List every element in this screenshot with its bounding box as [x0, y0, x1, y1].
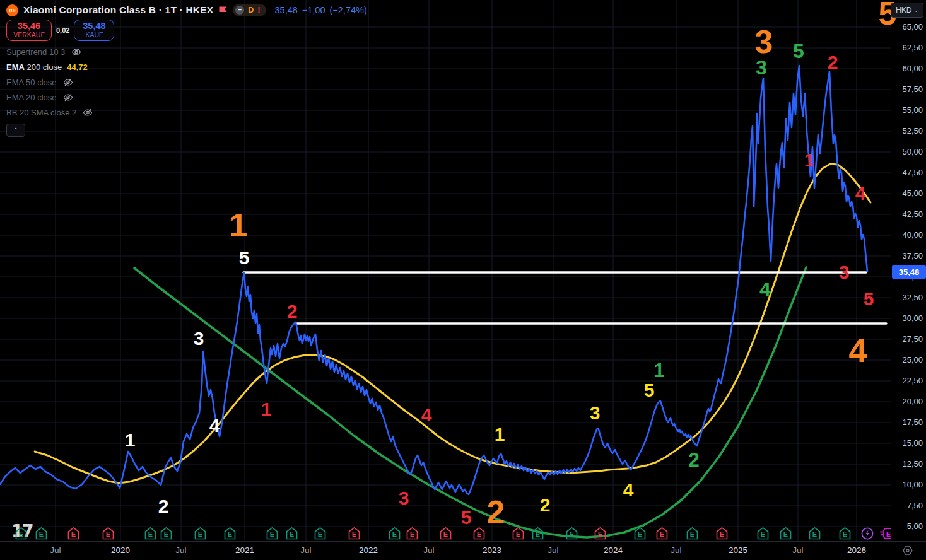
visibility-off-icon[interactable]	[63, 93, 73, 102]
earnings-miss-badge-icon[interactable]: E	[512, 527, 525, 540]
visibility-off-icon[interactable]	[83, 108, 93, 117]
symbol-title[interactable]: Xiaomi Corporation Class B · 1T · HKEX	[23, 4, 213, 16]
earnings-miss-badge-icon[interactable]: E	[67, 527, 81, 540]
earnings-miss-badge-icon[interactable]: E	[439, 527, 453, 540]
price-axis-label: 17,50	[902, 417, 923, 428]
time-axis[interactable]: Jul2020Jul2021Jul2022Jul2023Jul2024Jul20…	[0, 541, 926, 560]
wave-label-y3-22[interactable]: 3	[590, 404, 601, 423]
time-axis-label: 2022	[353, 545, 384, 555]
currency-selector-button[interactable]: HKD ⌄	[891, 3, 923, 18]
wave-label-g3-27[interactable]: 3	[756, 57, 767, 78]
earnings-badge-icon[interactable]: E	[838, 527, 852, 540]
flag-icon[interactable]	[218, 6, 228, 15]
axis-settings-icon[interactable]	[902, 545, 913, 559]
wave-label-w4-8[interactable]: 4	[209, 416, 220, 435]
svg-text:E: E	[598, 530, 602, 538]
wave-label-o3-2[interactable]: 3	[755, 25, 773, 58]
earnings-badge-icon[interactable]: E	[35, 527, 49, 540]
legend-item-ema200[interactable]: EMA 200 close 44,72	[6, 59, 93, 74]
wave-label-r5-19[interactable]: 5	[864, 289, 874, 308]
price-axis-label: 50,00	[902, 147, 923, 157]
earnings-badge-icon[interactable]: E	[160, 527, 173, 540]
wave-label-g2-26[interactable]: 2	[688, 450, 700, 470]
wave-label-r1-10[interactable]: 1	[261, 400, 272, 419]
legend-collapse-button[interactable]: ⌃	[6, 124, 25, 137]
wave-label-g5-29[interactable]: 5	[793, 41, 804, 61]
wave-label-r3-17[interactable]: 3	[839, 263, 850, 282]
earnings-miss-badge-icon[interactable]: E	[594, 527, 607, 540]
wave-label-r4-18[interactable]: 4	[855, 184, 866, 203]
earnings-badge-icon[interactable]: E	[285, 527, 299, 540]
earnings-miss-badge-icon[interactable]: E	[472, 527, 486, 540]
time-axis-label: Jul	[783, 545, 813, 555]
earnings-miss-badge-icon[interactable]: E	[348, 527, 361, 540]
svg-text:E: E	[318, 530, 322, 538]
wave-label-y4-23[interactable]: 4	[623, 481, 634, 499]
price-axis-label: 52,50	[902, 126, 923, 136]
visibility-off-icon[interactable]	[71, 48, 81, 56]
earnings-badge-icon[interactable]: E	[194, 527, 208, 540]
chart-canvas[interactable]	[0, 0, 891, 541]
svg-text:E: E	[198, 530, 202, 538]
price-axis-label: 40,00	[902, 230, 923, 240]
earnings-miss-badge-icon[interactable]: E	[406, 527, 419, 540]
earnings-badge-icon[interactable]: E	[388, 527, 402, 540]
earnings-badge-icon[interactable]: E	[223, 527, 237, 540]
earnings-badge-icon[interactable]: E	[531, 527, 545, 540]
wave-label-w1-5[interactable]: 1	[125, 431, 136, 450]
visibility-off-icon[interactable]	[63, 78, 73, 86]
wave-label-y5-24[interactable]: 5	[644, 381, 655, 400]
sell-button[interactable]: 35,46 VERKAUF	[6, 20, 52, 41]
time-axis-label: 2020	[105, 545, 136, 555]
legend-label: BB 20 SMA close 2	[6, 108, 76, 117]
wave-label-y2-21[interactable]: 2	[540, 496, 551, 515]
wave-label-w2-6[interactable]: 2	[158, 497, 169, 516]
wave-label-o2-1[interactable]: 2	[487, 496, 505, 528]
legend-item-supertrend[interactable]: Supertrend 10 3	[6, 44, 93, 59]
wave-label-r2-16[interactable]: 2	[828, 53, 838, 72]
earnings-badge-icon[interactable]: E	[756, 527, 770, 540]
earnings-miss-badge-icon[interactable]: E	[715, 527, 729, 540]
currency-label: HKD	[896, 6, 911, 15]
wave-label-r1-15[interactable]: 1	[804, 151, 815, 170]
svg-text:E: E	[638, 530, 642, 538]
earnings-badge-icon[interactable]: E	[686, 527, 700, 540]
wave-label-r4-13[interactable]: 4	[421, 405, 432, 424]
earnings-badge-icon[interactable]: E	[15, 527, 28, 540]
wave-label-r5-14[interactable]: 5	[461, 508, 472, 527]
quote-change-pct: (−2,74%)	[330, 5, 367, 15]
legend-item-bb[interactable]: BB 20 SMA close 2	[6, 105, 93, 120]
svg-text:E: E	[783, 530, 788, 538]
earnings-miss-badge-icon[interactable]: E	[102, 527, 115, 540]
earnings-badge-icon[interactable]: E	[808, 527, 822, 540]
wave-label-g4-28[interactable]: 4	[759, 279, 771, 300]
earnings-badge-icon[interactable]: E	[779, 527, 793, 540]
xiaomi-logo[interactable]: mi	[6, 4, 18, 16]
price-axis-label: 47,50	[902, 168, 923, 178]
earnings-badge-icon[interactable]: E	[633, 527, 647, 540]
flash-event-icon[interactable]	[860, 527, 874, 540]
indicator-legend: Supertrend 10 3 EMA 200 close 44,72 EMA …	[6, 44, 93, 137]
price-axis[interactable]: 65,0062,5060,0057,5055,0052,5050,0047,50…	[891, 0, 926, 541]
wave-label-y1-20[interactable]: 1	[495, 425, 505, 444]
legend-item-ema50[interactable]: EMA 50 close	[6, 74, 93, 90]
time-axis-label: Jul	[166, 545, 196, 555]
buy-button[interactable]: 35,48 KAUF	[74, 20, 114, 41]
wave-label-w3-7[interactable]: 3	[194, 329, 204, 348]
earnings-badge-icon[interactable]: E	[266, 527, 279, 540]
wave-label-g1-25[interactable]: 1	[653, 360, 665, 380]
legend-label: EMA 50 close	[6, 78, 57, 87]
wave-label-o1-0[interactable]: 1	[230, 209, 248, 242]
earnings-miss-badge-icon[interactable]: E	[655, 527, 669, 540]
wave-label-r2-11[interactable]: 2	[287, 302, 298, 321]
earnings-badge-icon[interactable]: E	[144, 527, 158, 540]
earnings-badge-icon[interactable]: E	[565, 527, 579, 540]
notification-pill[interactable]: – D !	[233, 4, 266, 16]
wave-label-r3-12[interactable]: 3	[399, 489, 409, 508]
legend-item-ema20[interactable]: EMA 20 close	[6, 90, 93, 105]
wave-label-o4-3[interactable]: 4	[849, 334, 867, 367]
earnings-badge-icon[interactable]: E	[314, 527, 327, 540]
wave-label-w5-9[interactable]: 5	[239, 248, 250, 267]
chevron-up-icon: ⌃	[13, 127, 18, 134]
quote-price: 35,48	[275, 5, 298, 15]
